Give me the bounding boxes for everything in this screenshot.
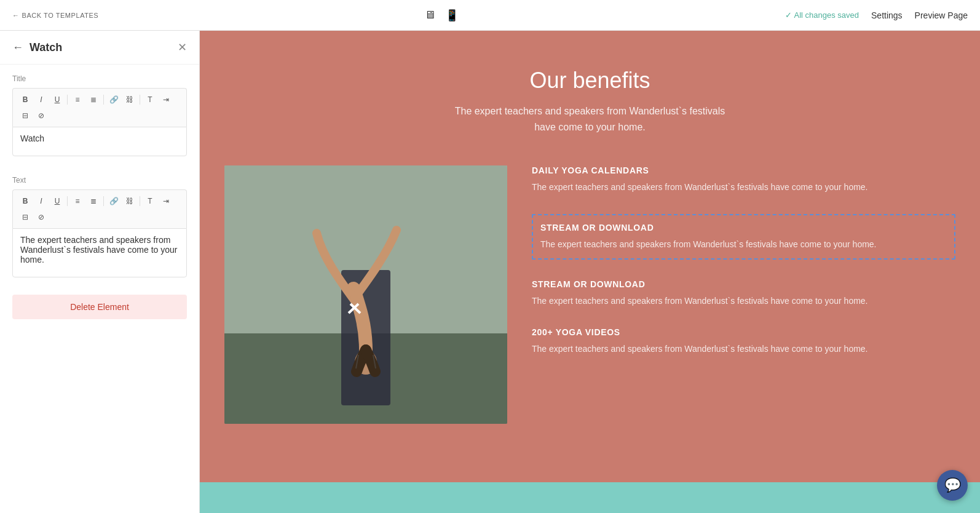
benefit-item-2-selected-wrapper: STREAM OR DOWNLOAD The expert teachers a… [532, 214, 955, 260]
text-label: Text [12, 176, 187, 185]
toolbar-sep-2 [103, 95, 104, 105]
section-subtext: The expert teachers and speakers from Wa… [224, 103, 955, 135]
changes-saved-status: ✓ All changes saved [785, 10, 859, 20]
title-indent-button[interactable]: ⇥ [159, 92, 173, 107]
title-underline-button[interactable]: U [50, 92, 65, 107]
benefit-item-2[interactable]: STREAM OR DOWNLOAD The expert teachers a… [532, 214, 955, 260]
topbar-left: ← BACK TO TEMPLATES [12, 12, 98, 19]
preview-page-button[interactable]: Preview Page [915, 10, 968, 20]
text-unlink-button[interactable]: ⛓ [122, 194, 137, 209]
benefit-title-2: STREAM OR DOWNLOAD [540, 223, 947, 233]
title-center-button[interactable]: ⊟ [18, 108, 33, 123]
benefit-item-4[interactable]: 200+ YOGA VIDEOS The expert teachers and… [532, 327, 955, 356]
topbar-right: ✓ All changes saved Settings Preview Pag… [785, 10, 968, 20]
title-section: Title B I U ≡ ≣ 🔗 ⛓ T ⇥ ⊟ ⊘ Watch [0, 65, 199, 166]
benefit-title-1: DAILY YOGA CALENDARS [532, 165, 955, 175]
text-toolbar-sep-3 [140, 196, 140, 206]
chat-bubble-button[interactable]: 💬 [937, 470, 968, 501]
checkmark-icon: ✓ [785, 10, 792, 20]
text-format-button[interactable]: T [143, 194, 157, 209]
back-to-templates-button[interactable]: ← BACK TO TEMPLATES [12, 12, 98, 19]
title-italic-button[interactable]: I [34, 92, 49, 107]
main-layout: ← Watch ✕ Title B I U ≡ ≣ 🔗 ⛓ T ⇥ ⊟ [0, 31, 980, 513]
benefit-text-4: The expert teachers and speakers from Wa… [532, 342, 955, 356]
title-align-left-button[interactable]: ≡ [70, 92, 85, 107]
text-underline-button[interactable]: U [50, 194, 65, 209]
text-section: Text B I U ≡ ≣ 🔗 ⛓ T ⇥ ⊟ ⊘ The expert te… [0, 166, 199, 287]
benefit-text-3: The expert teachers and speakers from Wa… [532, 294, 955, 308]
title-editor-toolbar: B I U ≡ ≣ 🔗 ⛓ T ⇥ ⊟ ⊘ [12, 88, 187, 127]
text-link-button[interactable]: 🔗 [106, 194, 121, 209]
yoga-figure-svg [304, 202, 427, 387]
benefits-section: Our benefits The expert teachers and spe… [200, 31, 980, 482]
panel-back-button[interactable]: ← [12, 41, 23, 54]
title-link-button[interactable]: 🔗 [106, 92, 121, 107]
text-list-button[interactable]: ≣ [86, 194, 101, 209]
toolbar-sep-3 [140, 95, 140, 105]
page-footer-section [200, 482, 980, 513]
benefit-text-1: The expert teachers and speakers from Wa… [532, 180, 955, 194]
title-label: Title [12, 74, 187, 83]
benefits-list: DAILY YOGA CALENDARS The expert teachers… [532, 165, 955, 356]
title-clear-button[interactable]: ⊘ [34, 108, 49, 123]
topbar: ← BACK TO TEMPLATES 🖥 📱 ✓ All changes sa… [0, 0, 980, 31]
text-center-button[interactable]: ⊟ [18, 210, 33, 225]
benefit-title-3: STREAM OR DOWNLOAD [532, 279, 955, 289]
benefit-title-4: 200+ YOGA VIDEOS [532, 327, 955, 337]
text-editor-input[interactable]: The expert teachers and speakers from Wa… [12, 228, 187, 277]
text-toolbar-sep-1 [67, 196, 68, 206]
title-unlink-button[interactable]: ⛓ [122, 92, 137, 107]
text-indent-button[interactable]: ⇥ [159, 194, 173, 209]
delete-element-button[interactable]: Delete Element [12, 295, 187, 319]
yoga-image [224, 165, 507, 424]
settings-button[interactable]: Settings [871, 10, 903, 20]
panel-header: ← Watch ✕ [0, 31, 199, 65]
topbar-center: 🖥 📱 [424, 9, 459, 22]
title-format-button[interactable]: T [143, 92, 157, 107]
benefit-item-1[interactable]: DAILY YOGA CALENDARS The expert teachers… [532, 165, 955, 194]
chat-icon: 💬 [944, 477, 961, 493]
toolbar-sep-1 [67, 95, 68, 105]
text-clear-button[interactable]: ⊘ [34, 210, 49, 225]
text-editor-toolbar: B I U ≡ ≣ 🔗 ⛓ T ⇥ ⊟ ⊘ [12, 189, 187, 228]
panel-title: Watch [30, 41, 62, 54]
left-panel: ← Watch ✕ Title B I U ≡ ≣ 🔗 ⛓ T ⇥ ⊟ [0, 31, 200, 513]
title-editor-input[interactable]: Watch [12, 127, 187, 156]
section-heading: Our benefits [224, 68, 955, 93]
benefit-text-2: The expert teachers and speakers from Wa… [540, 237, 947, 251]
text-align-left-button[interactable]: ≡ [70, 194, 85, 209]
title-list-button[interactable]: ≣ [86, 92, 101, 107]
text-toolbar-sep-2 [103, 196, 104, 206]
benefits-layout: DAILY YOGA CALENDARS The expert teachers… [224, 165, 955, 424]
benefit-item-3[interactable]: STREAM OR DOWNLOAD The expert teachers a… [532, 279, 955, 308]
desktop-view-icon[interactable]: 🖥 [424, 9, 435, 22]
text-italic-button[interactable]: I [34, 194, 49, 209]
mobile-view-icon[interactable]: 📱 [445, 9, 459, 22]
canvas-area: Our benefits The expert teachers and spe… [200, 31, 980, 513]
text-bold-button[interactable]: B [18, 194, 33, 209]
title-bold-button[interactable]: B [18, 92, 33, 107]
panel-close-button[interactable]: ✕ [178, 41, 187, 54]
